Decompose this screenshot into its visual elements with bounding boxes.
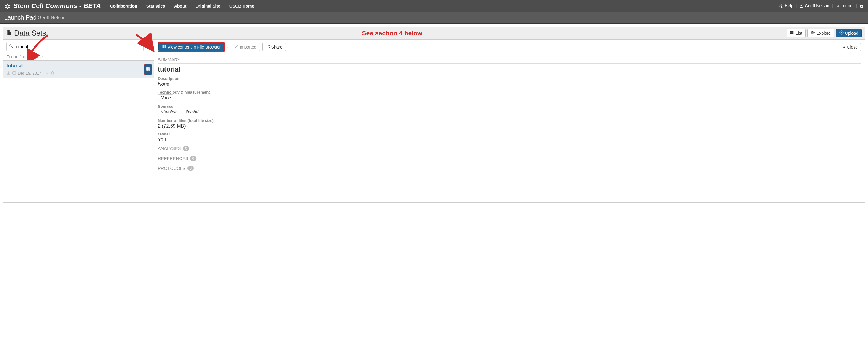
owner-label: Owner <box>158 132 861 136</box>
nav-cscb-home[interactable]: CSCB Home <box>229 4 254 8</box>
share-icon <box>266 44 270 50</box>
svg-point-0 <box>6 5 9 7</box>
nav-collaboration[interactable]: Collaboration <box>110 4 137 8</box>
svg-rect-14 <box>791 32 794 33</box>
panel-header: Data Sets See section 4 below List Explo… <box>3 27 865 39</box>
svg-point-3 <box>9 7 10 8</box>
view-content-button[interactable]: View content in File Browser <box>158 42 224 51</box>
grid-icon <box>162 44 166 50</box>
nav-original-site[interactable]: Original Site <box>195 4 220 8</box>
svg-point-6 <box>5 4 6 6</box>
owner-value: You <box>158 137 861 142</box>
launchpad-user: Geoff Nelson <box>38 15 66 21</box>
separator: | <box>832 3 833 8</box>
separator-dot: · <box>227 45 228 50</box>
close-label: Close <box>847 45 858 50</box>
description-label: Description <box>158 76 861 81</box>
close-icon: « <box>843 45 845 50</box>
dataset-grid-button[interactable] <box>144 64 152 74</box>
star-icon[interactable]: ☆ <box>45 71 49 75</box>
list-button[interactable]: List <box>786 29 806 37</box>
svg-rect-10 <box>790 31 791 32</box>
svg-rect-13 <box>791 31 794 32</box>
star-icon[interactable]: ☆ <box>39 54 43 59</box>
svg-point-9 <box>801 5 802 6</box>
separator: · <box>42 71 44 75</box>
explore-button[interactable]: Explore <box>807 29 834 37</box>
grid-icon <box>146 67 150 72</box>
imported-button[interactable]: Imported <box>230 42 259 51</box>
references-count-badge: 0 <box>190 156 196 161</box>
user-label: Geoff Nelson <box>805 3 829 8</box>
nav-statistics[interactable]: Statistics <box>146 4 165 8</box>
svg-point-1 <box>7 4 8 5</box>
dataset-name: tutorial <box>158 65 861 73</box>
search-row <box>3 42 154 53</box>
references-header-text: REFERENCES <box>158 156 188 161</box>
svg-rect-12 <box>790 33 791 34</box>
dataset-title-link[interactable]: tutorial <box>6 63 23 68</box>
gear-icon <box>860 3 864 8</box>
source-pill-1: N/a/n/o/g <box>158 108 181 115</box>
search-side-icons <box>147 44 151 49</box>
annotation-highlight-box: View content in File Browser <box>158 42 224 52</box>
annotation-text: See section 4 below <box>362 30 423 37</box>
search-box <box>6 42 144 51</box>
datasets-panel: Data Sets See section 4 below List Explo… <box>3 27 865 203</box>
svg-point-2 <box>9 4 10 6</box>
panel-title: Data Sets <box>6 29 46 37</box>
top-nav: Stem Cell Commons - BETA Collaboration S… <box>0 0 868 12</box>
upload-button[interactable]: Upload <box>836 29 862 37</box>
cart-icon[interactable] <box>147 44 151 49</box>
list-icon <box>790 30 794 36</box>
svg-point-4 <box>7 8 8 9</box>
description-value: None <box>158 82 861 87</box>
dataset-side-actions <box>144 64 152 74</box>
left-column: Found 1 data set ☆ tutorial Dec 19, 2017… <box>3 39 154 202</box>
analyses-header-text: ANALYSES <box>158 146 181 151</box>
topnav-right: Help | Geoff Nelson | Logout | <box>779 3 864 8</box>
user-link[interactable]: Geoff Nelson <box>799 3 829 8</box>
summary-header-text: SUMMARY <box>158 57 181 62</box>
trash-icon[interactable] <box>51 71 55 76</box>
help-label: Help <box>785 3 794 8</box>
logout-link[interactable]: Logout <box>835 3 854 8</box>
help-icon <box>779 3 783 8</box>
dataset-date: Dec 19, 2017 <box>18 71 41 75</box>
calendar-icon <box>12 71 16 76</box>
upload-icon <box>839 30 843 36</box>
nav-about[interactable]: About <box>174 4 186 8</box>
search-input[interactable] <box>13 43 141 50</box>
svg-rect-22 <box>13 71 16 74</box>
panel-title-text: Data Sets <box>14 29 46 37</box>
user-icon <box>799 3 803 8</box>
files-value: 2 (72.69 MB) <box>158 123 861 129</box>
detail-top-actions: View content in File Browser · Imported … <box>158 42 861 52</box>
user-icon <box>6 71 10 76</box>
separator: | <box>796 3 797 8</box>
upload-label: Upload <box>845 31 858 36</box>
file-icon <box>6 29 12 37</box>
share-button[interactable]: Share <box>262 42 286 51</box>
right-column: View content in File Browser · Imported … <box>154 39 865 202</box>
files-label: Number of files (total file size) <box>158 118 861 123</box>
svg-rect-23 <box>146 67 150 71</box>
close-button[interactable]: « Close <box>840 43 861 51</box>
search-icon <box>9 44 13 49</box>
found-prefix: Found <box>6 54 19 59</box>
protocols-count-badge: 0 <box>187 166 194 171</box>
share-label: Share <box>271 45 282 50</box>
svg-point-5 <box>5 7 6 8</box>
main-wrap: Data Sets See section 4 below List Explo… <box>0 24 868 206</box>
tech-value: None <box>158 94 173 101</box>
check-icon <box>234 44 238 50</box>
svg-point-18 <box>10 45 12 47</box>
help-link[interactable]: Help <box>779 3 794 8</box>
dataset-item[interactable]: tutorial Dec 19, 2017 · ☆ <box>3 60 154 78</box>
brand[interactable]: Stem Cell Commons - BETA <box>4 2 101 9</box>
explore-label: Explore <box>816 31 831 36</box>
svg-point-20 <box>150 47 150 48</box>
settings-link[interactable] <box>860 3 864 8</box>
panel-header-actions: List Explore Upload <box>786 29 862 37</box>
brand-icon <box>4 2 11 9</box>
